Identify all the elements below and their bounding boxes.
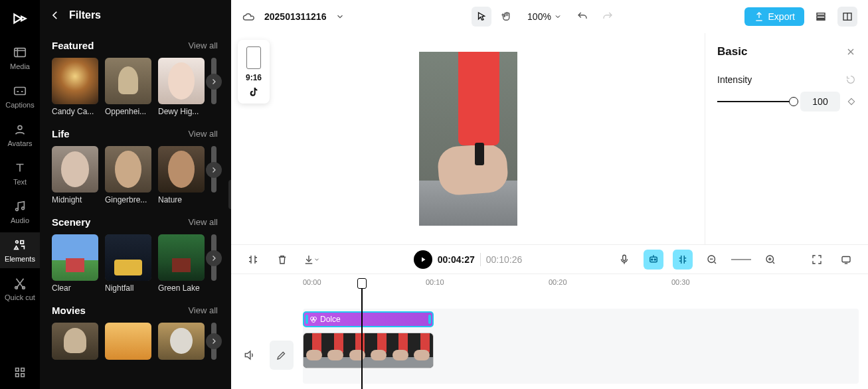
rail-label: Elements [5, 255, 35, 263]
auto-caption-icon[interactable] [644, 250, 663, 270]
rail-label: Quick cut [5, 293, 35, 301]
zoom-out-icon[interactable] [702, 250, 722, 270]
filter-thumb[interactable]: Nature [158, 146, 205, 204]
thumb-label: Dewy Hig... [158, 107, 205, 116]
redo-button[interactable] [598, 7, 618, 27]
view-all-link[interactable]: View all [188, 40, 218, 50]
view-all-link[interactable]: View all [188, 217, 218, 227]
zoom-value: 100% [527, 11, 551, 22]
canvas[interactable]: 9:16 [231, 33, 705, 244]
filter-thumb[interactable] [158, 323, 205, 360]
zoom-track[interactable] [731, 259, 751, 260]
filter-thumb[interactable]: Gingerbre... [105, 146, 151, 204]
scroll-next-icon[interactable] [206, 333, 222, 349]
play-button[interactable] [414, 250, 432, 269]
tiktok-icon [248, 86, 259, 97]
rail-more[interactable] [0, 360, 40, 389]
filter-thumb[interactable]: Midnight [52, 146, 98, 204]
filter-thumb[interactable]: Candy Ca... [52, 58, 98, 116]
mic-icon[interactable] [614, 250, 634, 270]
filter-thumb[interactable] [105, 323, 151, 360]
ruler-mark: 00:30 [671, 278, 690, 286]
rail-quickcut[interactable]: Quick cut [0, 271, 40, 307]
track-mute-icon[interactable] [238, 341, 262, 370]
layout-split-icon[interactable] [837, 7, 857, 27]
project-name[interactable]: 202501311216 [264, 11, 326, 22]
category-title: Life [52, 128, 70, 139]
svg-rect-0 [15, 48, 26, 57]
rail-captions[interactable]: Captions [0, 78, 40, 114]
filter-clip-icon [309, 315, 317, 323]
svg-rect-23 [842, 256, 850, 262]
intensity-slider[interactable] [717, 96, 794, 107]
svg-point-20 [654, 259, 655, 260]
scroll-next-icon[interactable] [206, 162, 222, 178]
clip-handle-right[interactable] [428, 315, 431, 324]
rail-avatars[interactable]: Avatars [0, 117, 40, 153]
magnet-icon[interactable] [673, 250, 693, 270]
zoom-in-icon[interactable] [760, 250, 780, 270]
preview-icon[interactable] [836, 250, 856, 270]
filter-thumb[interactable]: Oppenhei... [105, 58, 151, 116]
export-label: Export [768, 11, 795, 22]
filter-clip[interactable]: Dolce [303, 311, 434, 327]
svg-rect-11 [16, 374, 19, 377]
undo-button[interactable] [572, 7, 592, 27]
inspector-panel: Basic Intensity 100 [705, 33, 868, 244]
video-clip[interactable] [303, 333, 434, 368]
category-scenery: Scenery View all Clear Nightfall Green L… [52, 216, 231, 293]
svg-point-3 [16, 208, 19, 211]
playhead[interactable] [361, 278, 363, 389]
rail-label: Audio [11, 216, 29, 224]
intensity-value[interactable]: 100 [800, 92, 840, 112]
view-all-link[interactable]: View all [188, 305, 218, 315]
split-icon[interactable] [243, 250, 263, 270]
hand-tool[interactable] [497, 7, 517, 27]
aspect-ratio-label: 9:16 [246, 73, 262, 82]
rail-audio[interactable]: Audio [0, 194, 40, 230]
layout-stack-icon[interactable] [811, 7, 831, 27]
zoom-select[interactable]: 100% [527, 11, 562, 22]
svg-rect-17 [623, 255, 626, 260]
clip-handle-left[interactable] [305, 315, 308, 324]
filter-thumb[interactable]: Clear [52, 234, 98, 293]
thumb-label: Clear [52, 283, 98, 293]
chevron-down-icon[interactable] [335, 12, 345, 21]
filter-thumb[interactable]: Green Lake [158, 234, 205, 293]
track-edit-icon[interactable] [270, 341, 294, 370]
cursor-tool[interactable] [472, 7, 491, 27]
fit-icon[interactable] [807, 250, 827, 270]
export-button[interactable]: Export [744, 7, 804, 26]
rail-elements[interactable]: Elements [0, 232, 40, 268]
category-movies: Movies View all [52, 305, 231, 360]
svg-point-19 [651, 259, 653, 260]
scroll-next-icon[interactable] [206, 250, 222, 266]
scroll-next-icon[interactable] [206, 74, 222, 90]
thumb-label: Gingerbre... [105, 195, 151, 204]
filter-thumb[interactable] [52, 323, 98, 360]
cloud-icon[interactable] [242, 10, 255, 23]
main-area: 202501311216 100% Export 9:16 [231, 0, 868, 389]
filter-thumb[interactable]: Dewy Hig... [158, 58, 205, 116]
view-all-link[interactable]: View all [188, 129, 218, 139]
delete-icon[interactable] [272, 250, 292, 270]
reset-icon[interactable] [845, 74, 856, 85]
rail-media[interactable]: Media [0, 40, 40, 76]
panel-title: Filters [69, 9, 101, 21]
time-ruler[interactable]: 00:00 00:10 00:20 00:30 [303, 278, 859, 291]
rail-text[interactable]: Text [0, 155, 40, 191]
close-icon[interactable] [845, 46, 856, 57]
svg-rect-6 [21, 241, 24, 244]
rail-label: Captions [5, 101, 34, 109]
aspect-ratio-card[interactable]: 9:16 [238, 40, 270, 104]
topbar: 202501311216 100% Export [231, 0, 868, 33]
download-icon[interactable] [302, 250, 321, 270]
time-current: 00:04:27 [438, 254, 475, 265]
thumb-label: Nightfall [105, 283, 151, 293]
filter-clip-label: Dolce [320, 315, 341, 324]
timeline-tracks[interactable]: 00:00 00:10 00:20 00:30 Dolce [231, 273, 868, 389]
app-logo[interactable] [8, 7, 32, 31]
filter-thumb[interactable]: Nightfall [105, 234, 151, 293]
back-icon[interactable] [49, 9, 61, 21]
keyframe-icon[interactable] [847, 97, 856, 106]
